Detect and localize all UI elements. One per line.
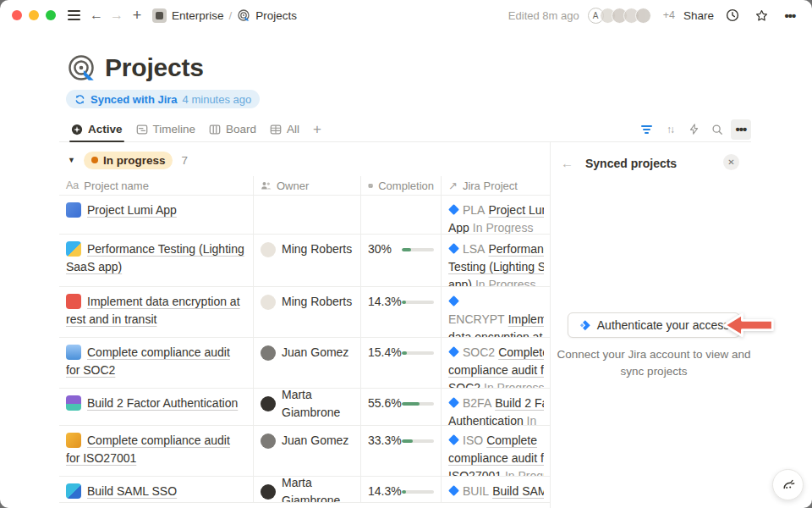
project-name-link[interactable]: Build 2 Factor Authentication — [87, 396, 238, 410]
project-name-link[interactable]: Build SAML SSO authentication. — [66, 484, 177, 502]
close-window-button[interactable] — [12, 10, 22, 20]
tab-active[interactable]: Active — [66, 117, 128, 141]
jira-link[interactable]: LSAPerformance Testing (Lighting SaaS ap… — [448, 240, 544, 286]
cell-completion[interactable]: 14.3% — [361, 477, 442, 502]
tab-board[interactable]: Board — [204, 117, 261, 141]
nav-forward-button[interactable]: → — [107, 5, 127, 25]
project-name-link[interactable]: Project Lumi App — [87, 203, 177, 217]
minimize-window-button[interactable] — [29, 10, 39, 20]
avatar-overflow-count: +4 — [663, 9, 675, 21]
assistant-fab-button[interactable] — [772, 469, 804, 500]
jira-link[interactable]: B2FABuild 2 Factor Authentication In Pro… — [448, 395, 544, 425]
cell-project-name[interactable]: Complete compliance audit for SOC2 — [59, 338, 254, 388]
sort-button[interactable]: ↑↓ — [660, 119, 680, 140]
collapse-group-toggle[interactable]: ▼ — [68, 156, 75, 164]
cell-jira-project[interactable]: ENCRYPTImplement data encryption at rest… — [442, 287, 544, 337]
zoom-window-button[interactable] — [46, 10, 56, 20]
owner-name: Marta Giambrone — [282, 389, 354, 422]
cell-completion[interactable]: 55.6% — [361, 389, 442, 425]
panel-close-button[interactable]: ✕ — [723, 154, 739, 170]
cell-owner[interactable] — [254, 196, 361, 234]
owner-name: Ming Roberts — [282, 240, 352, 258]
page-title[interactable]: Projects — [105, 53, 204, 82]
arrow-right-icon: → — [110, 8, 123, 23]
avatar[interactable] — [635, 8, 651, 24]
share-button[interactable]: Share — [683, 9, 714, 22]
filter-button[interactable] — [636, 119, 656, 140]
cell-completion[interactable] — [361, 196, 442, 234]
cell-owner[interactable]: Marta Giambrone — [254, 477, 361, 502]
jira-link[interactable]: BUILBuild SAML SSO authentication. In Pr… — [448, 483, 544, 502]
jira-link[interactable]: ISOComplete compliance audit for ISO2700… — [448, 432, 544, 476]
column-header-completion[interactable]: Completion — [361, 176, 442, 195]
automations-button[interactable] — [683, 119, 704, 140]
sort-icon: ↑↓ — [667, 124, 673, 135]
completion: 30% — [368, 240, 434, 258]
sync-icon — [74, 94, 85, 105]
cell-completion[interactable]: 30% — [361, 235, 442, 286]
cell-jira-project[interactable]: B2FABuild 2 Factor Authentication In Pro… — [442, 389, 544, 425]
table-row: Project Lumi AppPLAProject Lumi App In P… — [59, 196, 550, 235]
jira-sync-badge[interactable]: Synced with Jira 4 minutes ago — [66, 90, 260, 108]
column-header-jira-project[interactable]: ↗ Jira Project — [442, 176, 544, 195]
jira-diamond-icon — [448, 295, 459, 306]
breadcrumb-page[interactable]: Projects — [255, 9, 297, 22]
nav-back-button[interactable]: ← — [86, 5, 107, 25]
project-name-link[interactable]: Implement data encryption at rest and in… — [66, 295, 240, 326]
column-label: Owner — [277, 179, 309, 192]
cell-jira-project[interactable]: BUILBuild SAML SSO authentication. In Pr… — [442, 477, 544, 502]
page-more-button[interactable]: ••• — [780, 5, 800, 25]
jira-key: PLA — [463, 203, 485, 217]
updates-button[interactable] — [722, 5, 743, 25]
favorite-button[interactable] — [751, 5, 771, 25]
jira-key: LSA — [463, 242, 485, 256]
cell-owner[interactable]: Marta Giambrone — [254, 389, 361, 425]
panel-back-button[interactable]: ← — [561, 156, 573, 170]
cell-jira-project[interactable]: PLAProject Lumi App In Progress — [442, 196, 544, 234]
new-page-button[interactable]: + — [127, 5, 147, 25]
project-icon — [66, 345, 81, 360]
group-status-pill[interactable]: In progress — [84, 152, 173, 169]
sidebar-toggle-button[interactable] — [66, 5, 86, 25]
cell-project-name[interactable]: Build 2 Factor Authentication — [59, 389, 254, 425]
filter-icon — [641, 125, 652, 134]
viewer-avatars[interactable]: A — [588, 8, 651, 24]
jira-link[interactable]: ENCRYPTImplement data encryption at rest… — [448, 293, 544, 337]
cell-project-name[interactable]: Complete compliance audit for ISO27001 — [59, 426, 254, 476]
cell-completion[interactable]: 14.3% — [361, 287, 442, 337]
project-name-link[interactable]: Complete compliance audit for SOC2 — [66, 345, 230, 377]
search-button[interactable] — [707, 119, 727, 140]
project-name-link[interactable]: Performance Testing (Lighting SaaS app) — [66, 242, 244, 273]
tab-timeline[interactable]: Timeline — [131, 117, 201, 141]
view-more-button[interactable]: ••• — [731, 119, 751, 140]
cell-jira-project[interactable]: ISOComplete compliance audit for ISO2700… — [442, 426, 544, 476]
column-header-project-name[interactable]: Aa Project name — [59, 176, 254, 195]
view-tools: ↑↓ ••• — [636, 119, 751, 140]
panel-title: Synced projects — [585, 157, 677, 170]
owner: Marta Giambrone — [261, 483, 354, 500]
jira-status: In Progress — [469, 221, 533, 234]
cell-owner[interactable]: Juan Gomez — [254, 426, 361, 476]
topbar-right: Edited 8m ago A +4 Share ••• — [508, 5, 800, 25]
authenticate-button[interactable]: Authenticate your access — [568, 312, 740, 338]
jira-link[interactable]: SOC2Complete compliance audit for SOC2 I… — [448, 344, 544, 388]
cell-project-name[interactable]: Project Lumi App — [59, 196, 254, 234]
cell-project-name[interactable]: Build SAML SSO authentication. — [59, 477, 254, 502]
cell-completion[interactable]: 33.3% — [361, 426, 442, 476]
tab-all[interactable]: All — [265, 117, 304, 141]
column-header-owner[interactable]: Owner — [254, 176, 361, 195]
project-name-link[interactable]: Complete compliance audit for ISO27001 — [66, 433, 230, 465]
cell-owner[interactable]: Ming Roberts — [254, 287, 361, 337]
cell-project-name[interactable]: Implement data encryption at rest and in… — [59, 287, 254, 337]
cell-owner[interactable]: Juan Gomez — [254, 338, 361, 388]
owner-name: Marta Giambrone — [282, 477, 354, 502]
jira-link[interactable]: PLAProject Lumi App In Progress — [448, 202, 544, 234]
cell-project-name[interactable]: Performance Testing (Lighting SaaS app) — [59, 235, 254, 286]
add-view-button[interactable]: + — [308, 121, 326, 138]
page-title-icon[interactable] — [66, 52, 96, 83]
cell-jira-project[interactable]: LSAPerformance Testing (Lighting SaaS ap… — [442, 235, 544, 286]
cell-completion[interactable]: 15.4% — [361, 338, 442, 388]
cell-jira-project[interactable]: SOC2Complete compliance audit for SOC2 I… — [442, 338, 544, 388]
cell-owner[interactable]: Ming Roberts — [254, 235, 361, 286]
breadcrumb-workspace[interactable]: Enterprise — [172, 9, 224, 22]
